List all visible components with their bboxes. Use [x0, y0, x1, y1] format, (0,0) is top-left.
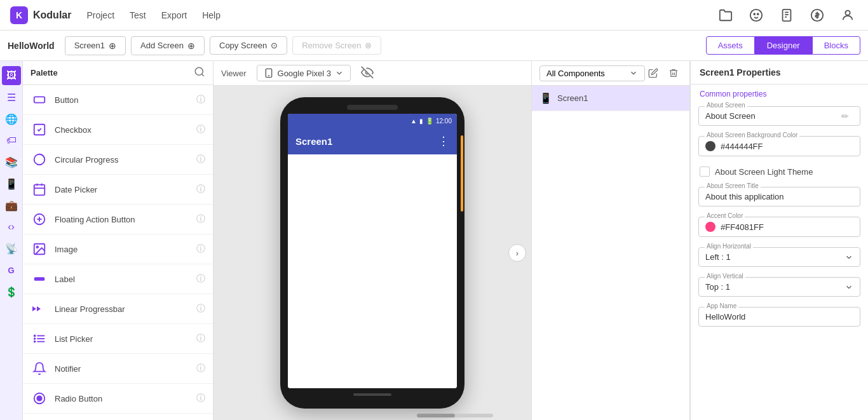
nav-help[interactable]: Help — [202, 10, 220, 20]
cat-maps-icon[interactable]: 📚 — [2, 152, 21, 172]
cat-google-icon[interactable]: G — [2, 261, 21, 280]
align-horizontal-select[interactable]: Left : 1 — [698, 247, 860, 267]
align-vertical-select[interactable]: Top : 1 — [698, 277, 860, 297]
remove-icon: ⊗ — [365, 41, 372, 50]
image-info-icon[interactable]: ⓘ — [196, 243, 205, 255]
copy-icon: ⊙ — [271, 41, 278, 50]
notifier-info-icon[interactable]: ⓘ — [196, 363, 205, 374]
circular-progress-label: Circular Progress — [55, 155, 196, 165]
svg-point-9 — [195, 67, 203, 75]
svg-marker-25 — [37, 306, 41, 311]
cat-monetization-icon[interactable]: 💲 — [2, 282, 21, 301]
palette-item-image[interactable]: Image ⓘ — [23, 234, 213, 264]
palette-item-linear-progress[interactable]: Linear Progressbar ⓘ — [23, 294, 213, 324]
svg-point-22 — [36, 246, 38, 248]
blocks-tab[interactable]: Blocks — [812, 36, 860, 55]
designer-tab[interactable]: Designer — [755, 36, 812, 55]
all-components-selector[interactable]: All Components — [539, 65, 645, 81]
nav-test[interactable]: Test — [130, 10, 146, 20]
about-screen-input[interactable] — [698, 106, 860, 126]
about-screen-title-field-label: About Screen Title — [705, 182, 761, 189]
dollar-icon[interactable] — [807, 5, 827, 25]
document-icon[interactable] — [776, 5, 797, 25]
folder-icon[interactable] — [715, 5, 736, 25]
accent-color-dot — [705, 222, 715, 232]
svg-rect-11 — [34, 97, 45, 102]
about-screen-title-input[interactable] — [698, 187, 860, 207]
about-screen-field-label: About Screen — [705, 102, 747, 109]
cat-ui-icon[interactable]: 🖼 — [2, 66, 21, 85]
phone-home-bar — [288, 388, 457, 401]
viewer-scrollbar[interactable] — [417, 414, 493, 417]
cat-media-icon[interactable]: 🌐 — [2, 109, 21, 128]
top-nav: K Kodular Project Test Export Help — [0, 0, 868, 30]
nav-project[interactable]: Project — [86, 10, 114, 20]
search-icon[interactable] — [194, 66, 205, 79]
align-vertical-field: Align Vertical Top : 1 — [698, 277, 860, 297]
light-theme-checkbox[interactable] — [700, 166, 710, 177]
palette-item-radio-button[interactable]: Radio Button ⓘ — [23, 384, 213, 414]
wifi-icon: ▲ — [410, 118, 417, 125]
cat-storage-icon[interactable]: ‹› — [2, 217, 21, 236]
button-info-icon[interactable]: ⓘ — [196, 94, 205, 105]
app-bar-menu-icon[interactable]: ⋮ — [438, 134, 449, 148]
about-screen-edit-icon[interactable]: ✏ — [841, 111, 849, 121]
cat-layout-icon[interactable]: ☰ — [2, 88, 21, 107]
list-picker-icon — [31, 330, 48, 348]
radio-button-info-icon[interactable]: ⓘ — [196, 393, 205, 404]
date-picker-info-icon[interactable]: ⓘ — [196, 184, 205, 195]
edit-component-icon[interactable] — [645, 65, 661, 81]
align-vertical-label: Align Vertical — [705, 273, 745, 280]
nav-arrow-right[interactable]: › — [508, 244, 526, 262]
palette-item-list-picker[interactable]: List Picker ⓘ — [23, 324, 213, 354]
fab-info-icon[interactable]: ⓘ — [196, 213, 205, 225]
project-name: HelloWorld — [8, 41, 55, 51]
viewer-scrollbar-thumb — [417, 414, 455, 417]
palette-item-checkbox[interactable]: Checkbox ⓘ — [23, 115, 213, 145]
app-name-field: App Name — [698, 307, 860, 327]
device-selector[interactable]: Google Pixel 3 — [257, 65, 351, 81]
all-components-label: All Components — [546, 69, 605, 78]
copy-screen-button[interactable]: Copy Screen ⊙ — [210, 36, 287, 55]
delete-component-icon[interactable] — [665, 65, 682, 81]
svg-point-33 — [37, 396, 41, 400]
cat-sensors-icon[interactable]: 📱 — [2, 174, 21, 193]
svg-marker-24 — [32, 306, 36, 311]
palette-item-label[interactable]: Label ⓘ — [23, 264, 213, 294]
face-icon[interactable] — [746, 5, 766, 25]
palette-item-notifier[interactable]: Notifier ⓘ — [23, 354, 213, 384]
assets-tab[interactable]: Assets — [706, 36, 755, 55]
cat-connectivity-icon[interactable]: 📡 — [2, 239, 21, 258]
nav-export[interactable]: Export — [161, 10, 187, 20]
align-horizontal-value: Left : 1 — [705, 252, 731, 262]
screen1-icon: ⊕ — [109, 41, 116, 51]
linear-progress-info-icon[interactable]: ⓘ — [196, 303, 205, 315]
about-screen-bg-color-input[interactable]: #444444FF — [698, 136, 860, 156]
cat-social-icon[interactable]: 💼 — [2, 196, 21, 215]
add-screen-button[interactable]: Add Screen ⊕ — [131, 36, 205, 55]
svg-point-30 — [34, 338, 36, 339]
palette-item-button[interactable]: Button ⓘ — [23, 85, 213, 115]
common-properties-label: Common properties — [691, 85, 868, 101]
nav-icons — [715, 5, 858, 25]
app-name-input[interactable] — [698, 307, 860, 327]
person-icon[interactable] — [837, 5, 858, 25]
accent-color-input[interactable]: #FF4081FF — [698, 217, 860, 237]
eye-icon[interactable] — [361, 66, 374, 81]
logo-icon: K — [10, 6, 28, 24]
palette-item-circular-progress[interactable]: Circular Progress ⓘ — [23, 145, 213, 175]
palette-item-date-picker[interactable]: Date Picker ⓘ — [23, 175, 213, 205]
screen1-component[interactable]: 📱 Screen1 — [532, 86, 689, 111]
screen1-button[interactable]: Screen1 ⊕ — [65, 36, 126, 55]
label-info-icon[interactable]: ⓘ — [196, 273, 205, 285]
light-theme-label: About Screen Light Theme — [715, 167, 813, 177]
checkbox-info-icon[interactable]: ⓘ — [196, 124, 205, 135]
circular-progress-info-icon[interactable]: ⓘ — [196, 154, 205, 165]
app-name-field-label: App Name — [705, 302, 738, 309]
remove-screen-button[interactable]: Remove Screen ⊗ — [292, 36, 381, 55]
fab-icon — [31, 210, 48, 228]
list-picker-info-icon[interactable]: ⓘ — [196, 333, 205, 344]
palette-item-fab[interactable]: Floating Action Button ⓘ — [23, 205, 213, 234]
app-bar-title: Screen1 — [295, 136, 332, 147]
cat-drawing-icon[interactable]: 🏷 — [2, 131, 21, 150]
